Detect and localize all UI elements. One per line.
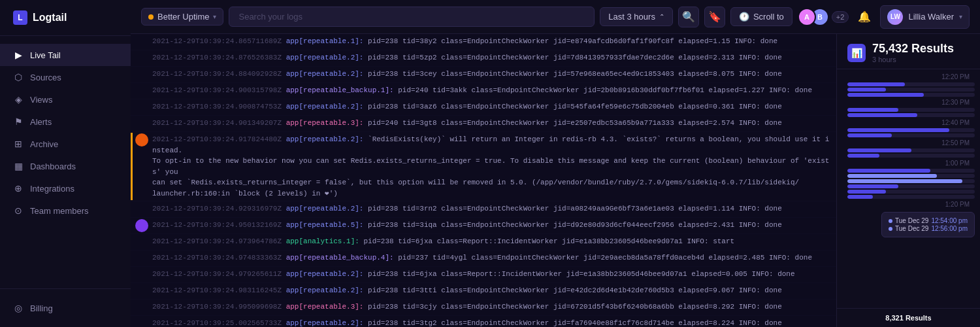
bar-fill [847, 82, 905, 86]
log-info: pid=238 tid=3az6 class=EndpointCheckWork… [363, 103, 781, 111]
log-indicator [131, 67, 133, 82]
logo-text: Logtail [33, 12, 67, 24]
avatar-overflow-count[interactable]: +2 [832, 11, 849, 23]
sidebar-item-team-members[interactable]: ⊙ Team members [0, 199, 131, 222]
log-row: 2021-12-29T10:39:24.884092928Z app[repea… [131, 67, 836, 83]
log-indicator [131, 218, 133, 233]
log-timestamp: 2021-12-29T10:39:24.884092928Z [152, 70, 286, 78]
log-indicator [131, 317, 133, 327]
chart-icon: 📊 [847, 44, 866, 62]
chart-bar-row [837, 179, 980, 184]
sidebar-item-billing[interactable]: ◎ Billing [0, 297, 131, 319]
log-app-tag: app[repeatable.2]: [286, 54, 364, 61]
user-profile-button[interactable]: LW Lillia Walker ▾ [880, 5, 970, 29]
chart-bar-row [837, 153, 980, 158]
bookmark-button[interactable]: 🔖 [704, 7, 725, 27]
source-selector[interactable]: Better Uptime ▾ [141, 8, 223, 26]
time-range-button[interactable]: Last 3 hours ⌃ [600, 7, 673, 26]
log-info: pid=237 tid=4ygl class=EndpointCheckWork… [394, 254, 812, 262]
log-avatar [135, 35, 148, 48]
scroll-to-button[interactable]: 🕐 Scroll to [730, 7, 792, 26]
log-text: 2021-12-29T10:39:24.884092928Z app[repea… [151, 67, 836, 81]
log-indicator [131, 84, 133, 98]
results-sub-label: 3 hours [872, 56, 954, 63]
time-range-label: Last 3 hours [608, 12, 655, 22]
log-indicator [131, 51, 133, 65]
bar-track [847, 128, 975, 132]
log-info: pid=238 tid=3cjy class=EndpointCheckWork… [363, 303, 781, 311]
log-indicator [131, 251, 133, 266]
log-content[interactable]: 2021-12-29T10:39:24.865711689Z app[repea… [131, 34, 836, 327]
log-row: 2021-12-29T10:39:24.865711689Z app[repea… [131, 34, 836, 50]
log-text: 2021-12-29T10:39:24.901349207Z app[repea… [151, 116, 836, 130]
chart-bar-row [837, 184, 980, 189]
sidebar-item-dashboards[interactable]: ▦ Dashboards [0, 155, 131, 177]
tooltip-date-1: Tue Dec 29 [895, 217, 928, 224]
log-row: 2021-12-29T10:39:24.995099698Z app[repea… [131, 300, 836, 316]
results-footer: 8,321 Results [837, 308, 980, 327]
main-content: Better Uptime ▾ Last 3 hours ⌃ 🔍 🔖 🕐 Scr… [131, 0, 980, 327]
log-avatar [135, 235, 148, 249]
chart-bar-row [837, 194, 980, 199]
bar-fill [847, 93, 924, 97]
bar-fill [847, 88, 886, 92]
search-execute-button[interactable]: 🔍 [678, 7, 699, 27]
sidebar-item-integrations[interactable]: ⊕ Integrations [0, 177, 131, 199]
sidebar-item-live-tail[interactable]: ▶ Live Tail [0, 44, 131, 66]
chart-bar-row [837, 92, 980, 97]
log-indicator [131, 267, 133, 282]
sidebar-item-sources[interactable]: ⬡ Sources [0, 66, 131, 88]
log-app-tag: app[repeatable.2]: [286, 103, 364, 111]
chart-time-label: 12:40 PM [837, 118, 980, 128]
log-app-tag: app[repeatable.2]: [286, 286, 364, 294]
logo[interactable]: L Logtail [0, 0, 131, 36]
results-panel: 📊 75,432 Results 3 hours 12:20 PM12:30 P… [836, 34, 980, 327]
log-info: pid=238 tid=3tg2 class=EndpointCheckWork… [363, 319, 781, 327]
chart-time-label: 1:20 PM [837, 199, 980, 209]
results-info: 75,432 Results 3 hours [872, 42, 954, 63]
log-app-tag: app[repeatable.2]: [286, 270, 364, 278]
sidebar-item-label: Dashboards [30, 162, 76, 171]
log-row: 2021-12-29T10:39:24.900874753Z app[repea… [131, 99, 836, 116]
log-indicator [131, 284, 133, 298]
log-app-tag: app[repeatable_backup.4]: [286, 254, 394, 262]
search-icon: 🔍 [682, 10, 695, 23]
log-timestamp: 2021-12-29T10:39:24.974833363Z [152, 254, 286, 262]
log-row: 2021-12-29T10:39:24.900315798Z app[repea… [131, 83, 836, 99]
bar-track [847, 82, 975, 86]
bar-fill [847, 190, 886, 194]
sidebar-item-label: Integrations [30, 184, 74, 194]
bar-track [847, 113, 975, 117]
log-app-tag: app[repeatable.1]: [286, 37, 364, 45]
log-avatar [135, 268, 148, 281]
sidebar-item-views[interactable]: ◈ Views [0, 88, 131, 111]
notifications-button[interactable]: 🔔 [854, 7, 875, 27]
user-avatar-main: LW [887, 9, 903, 25]
sidebar-item-label: Sources [30, 73, 61, 82]
log-row: 2021-12-29T10:39:24.974833363Z app[repea… [131, 250, 836, 267]
sidebar-item-label: Team members [30, 206, 89, 216]
log-text: 2021-12-29T10:39:24.974833363Z app[repea… [151, 251, 836, 265]
log-avatar [135, 284, 148, 298]
source-label: Better Uptime [157, 12, 209, 22]
bar-track [847, 174, 975, 178]
log-text: 2021-12-29T10:39:25.002565733Z app[repea… [151, 317, 836, 327]
log-avatar [135, 317, 148, 327]
log-row: 2021-12-29T10:39:24.876526383Z app[repea… [131, 50, 836, 67]
sidebar-nav: ▶ Live Tail ⬡ Sources ◈ Views ⚑ Alerts ⊞… [0, 36, 131, 288]
log-info: pid=238 tid=6jxa class=Report::IncidentW… [363, 270, 794, 278]
bar-track [847, 93, 975, 97]
tooltip-row-2: Tue Dec 29 12:56:00 pm [889, 225, 968, 232]
chart-time-label: 12:30 PM [837, 97, 980, 107]
bar-track [847, 195, 975, 199]
sidebar-item-alerts[interactable]: ⚑ Alerts [0, 111, 131, 133]
log-row: 2021-12-29T10:39:24.901349207Z app[repea… [131, 116, 836, 132]
log-info: pid=240 tid=3gt8 class=EndpointCheckWork… [363, 119, 781, 127]
integrations-icon: ⊕ [13, 183, 24, 194]
search-input[interactable] [229, 7, 595, 27]
sidebar-item-label: Billing [30, 303, 53, 313]
log-text: 2021-12-29T10:39:24.950132169Z app[repea… [151, 218, 836, 232]
log-timestamp: 2021-12-29T10:39:24.900315798Z [152, 86, 286, 94]
log-indicator [131, 35, 133, 49]
sidebar-item-archive[interactable]: ⊞ Archive [0, 133, 131, 155]
